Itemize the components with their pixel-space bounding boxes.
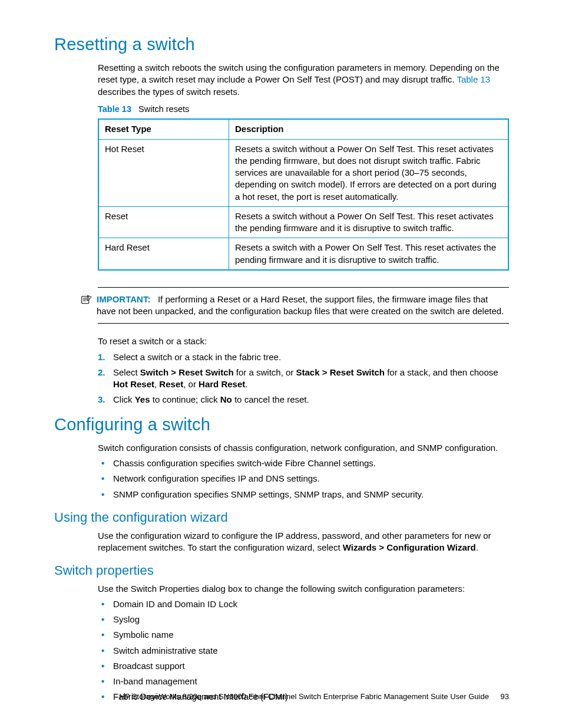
list-item: Broadcast support bbox=[98, 660, 509, 672]
heading-resetting-a-switch: Resetting a switch bbox=[54, 33, 509, 56]
table-row: Hard Reset Resets a switch with a Power … bbox=[98, 238, 508, 270]
list-item: Domain ID and Domain ID Lock bbox=[98, 598, 509, 610]
wizard-paragraph: Use the configuration wizard to configur… bbox=[98, 530, 509, 554]
reset-intro-paragraph: Resetting a switch reboots the switch us… bbox=[98, 62, 509, 98]
config-intro-paragraph: Switch configuration consists of chassis… bbox=[98, 442, 509, 454]
table-row: Reset Resets a switch without a Power On… bbox=[98, 206, 508, 238]
props-intro-paragraph: Use the Switch Properties dialog box to … bbox=[98, 583, 509, 595]
cell-description: Resets a switch with a Power On Self Tes… bbox=[229, 238, 509, 270]
page-footer: HP StorageWorks 8/20q and SN6000 Fibre C… bbox=[0, 691, 562, 702]
reset-procedure-lead: To reset a switch or a stack: bbox=[98, 335, 509, 347]
note-text: IMPORTANT: If performing a Reset or a Ha… bbox=[97, 294, 509, 318]
switch-resets-table: Reset Type Description Hot Reset Resets … bbox=[98, 118, 509, 271]
reset-intro-post: describes the types of switch resets. bbox=[98, 87, 240, 97]
table-header-description: Description bbox=[229, 119, 509, 139]
list-item: Symbolic name bbox=[98, 629, 509, 641]
table-13-link[interactable]: Table 13 bbox=[457, 74, 490, 84]
footer-text: HP StorageWorks 8/20q and SN6000 Fibre C… bbox=[119, 692, 488, 701]
cell-reset-type: Hot Reset bbox=[98, 139, 229, 206]
heading-configuring-a-switch: Configuring a switch bbox=[54, 413, 509, 436]
note-icon bbox=[81, 295, 92, 304]
note-rule-bottom bbox=[98, 323, 509, 324]
step-text: Click Yes to continue; click No to cance… bbox=[113, 394, 309, 404]
heading-switch-properties: Switch properties bbox=[54, 562, 509, 579]
step-number: 1. bbox=[98, 351, 105, 363]
list-item: 1. Select a switch or a stack in the fab… bbox=[98, 351, 509, 363]
list-item: In-band management bbox=[98, 676, 509, 687]
list-item: Switch administrative state bbox=[98, 645, 509, 657]
important-label: IMPORTANT: bbox=[97, 294, 150, 304]
cell-reset-type: Hard Reset bbox=[98, 238, 229, 270]
cell-description: Resets a switch without a Power On Self … bbox=[229, 139, 509, 206]
list-item: 3. Click Yes to continue; click No to ca… bbox=[98, 394, 509, 406]
table-caption-label: Table 13 bbox=[98, 104, 131, 114]
important-note: IMPORTANT: If performing a Reset or a Ha… bbox=[98, 287, 509, 324]
reset-steps-list: 1. Select a switch or a stack in the fab… bbox=[98, 351, 509, 406]
list-item: Chassis configuration specifies switch-w… bbox=[98, 457, 509, 469]
list-item: SNMP configuration specifies SNMP settin… bbox=[98, 489, 509, 500]
table-row: Hot Reset Resets a switch without a Powe… bbox=[98, 139, 508, 206]
page-number: 93 bbox=[501, 691, 509, 702]
list-item: Network configuration specifies IP and D… bbox=[98, 473, 509, 485]
step-number: 3. bbox=[98, 394, 105, 406]
cell-description: Resets a switch without a Power On Self … bbox=[229, 206, 509, 238]
table-caption-text: Switch resets bbox=[138, 104, 189, 114]
table-header-reset-type: Reset Type bbox=[98, 119, 229, 139]
props-bullets-list: Domain ID and Domain ID Lock Syslog Symb… bbox=[98, 598, 509, 703]
step-text: Select a switch or a stack in the fabric… bbox=[113, 352, 281, 362]
cell-reset-type: Reset bbox=[98, 206, 229, 238]
step-text: Select Switch > Reset Switch for a switc… bbox=[113, 367, 498, 389]
config-bullets-list: Chassis configuration specifies switch-w… bbox=[98, 457, 509, 500]
table-13-caption: Table 13 Switch resets bbox=[98, 104, 509, 116]
step-number: 2. bbox=[98, 367, 105, 378]
list-item: 2. Select Switch > Reset Switch for a sw… bbox=[98, 367, 509, 391]
reset-intro-pre: Resetting a switch reboots the switch us… bbox=[98, 62, 500, 84]
important-body: If performing a Reset or a Hard Reset, t… bbox=[97, 294, 504, 316]
list-item: Syslog bbox=[98, 614, 509, 625]
heading-using-configuration-wizard: Using the configuration wizard bbox=[54, 509, 509, 526]
